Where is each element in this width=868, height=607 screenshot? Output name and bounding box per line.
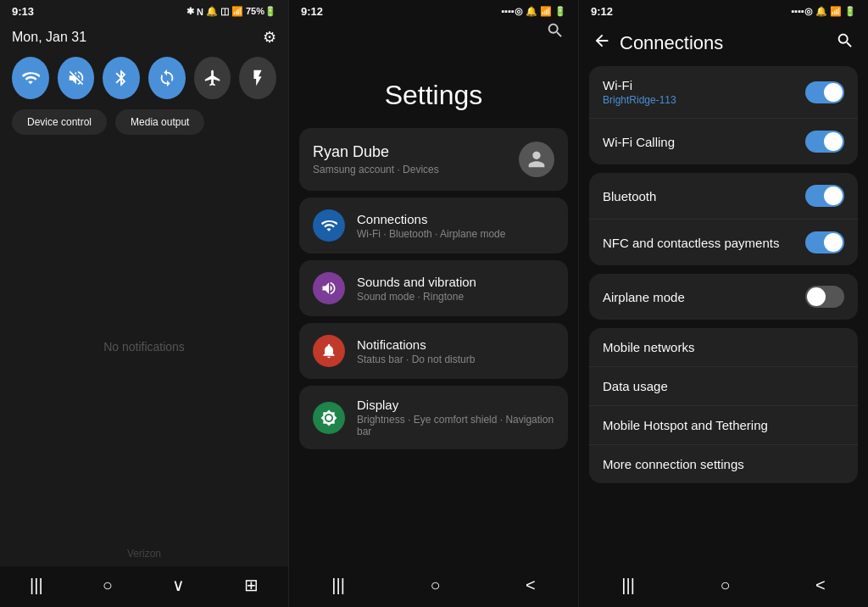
- nfc-item[interactable]: NFC and contactless payments: [589, 220, 858, 265]
- media-output-btn[interactable]: Media output: [115, 109, 204, 135]
- settings-search-row: [289, 21, 578, 54]
- carrier-label: Verizon: [0, 548, 288, 566]
- status-icons-p2: ▪▪▪▪◎ 🔔 📶 🔋: [501, 6, 566, 17]
- wifi-card: Wi-Fi BrightRidge-113 Wi-Fi Calling: [589, 66, 858, 164]
- nav-recent-p2[interactable]: |||: [331, 576, 345, 595]
- bluetooth-card: Bluetooth NFC and contactless payments: [589, 173, 858, 265]
- sounds-item[interactable]: Sounds and vibration Sound mode · Ringto…: [299, 260, 568, 316]
- wifi-text: Wi-Fi BrightRidge-113: [603, 78, 805, 106]
- device-control-btn[interactable]: Device control: [12, 109, 107, 135]
- display-item[interactable]: Display Brightness · Eye comfort shield …: [299, 386, 568, 449]
- mobile-networks-label: Mobile networks: [603, 340, 844, 354]
- search-icon-p2[interactable]: [546, 21, 565, 44]
- nfc-toggle[interactable]: [805, 231, 844, 253]
- connections-sub: Wi-Fi · Bluetooth · Airplane mode: [357, 228, 554, 240]
- sounds-title: Sounds and vibration: [357, 275, 554, 289]
- sounds-sub: Sound mode · Ringtone: [357, 291, 554, 303]
- bluetooth-item[interactable]: Bluetooth: [589, 173, 858, 220]
- notifications-area: No notifications: [0, 145, 288, 548]
- nav-apps-p1[interactable]: ⊞: [244, 575, 259, 595]
- nav-bar-p2: ||| ○ <: [289, 567, 578, 607]
- status-icons-p1: ✱ N 🔔 ◫ 📶 75%🔋: [186, 6, 276, 17]
- search-icon-p3[interactable]: [836, 31, 854, 54]
- nav-home-p1[interactable]: ○: [103, 576, 113, 595]
- mobile-networks-item[interactable]: Mobile networks: [589, 328, 858, 367]
- airplane-knob: [807, 287, 826, 306]
- airplane-tile[interactable]: [194, 57, 231, 99]
- connections-list: Wi-Fi BrightRidge-113 Wi-Fi Calling: [579, 61, 868, 495]
- status-time-p2: 9:12: [301, 5, 323, 18]
- connections-text: Connections Wi-Fi · Bluetooth · Airplane…: [357, 212, 554, 240]
- nfc-text: NFC and contactless payments: [603, 236, 805, 250]
- mobile-networks-text: Mobile networks: [603, 340, 844, 354]
- notifications-item[interactable]: Notifications Status bar · Do not distur…: [299, 323, 568, 379]
- sounds-text: Sounds and vibration Sound mode · Ringto…: [357, 275, 554, 303]
- wifi-toggle-knob: [824, 83, 843, 102]
- wifi-item[interactable]: Wi-Fi BrightRidge-113: [589, 66, 858, 119]
- display-title: Display: [357, 398, 554, 412]
- hotspot-text: Mobile Hotspot and Tethering: [603, 418, 844, 432]
- sync-tile[interactable]: [148, 57, 186, 99]
- status-time-p3: 9:12: [591, 5, 613, 18]
- connections-icon: [313, 209, 345, 242]
- nav-back-p1[interactable]: ∨: [172, 575, 185, 595]
- nav-recent-p3[interactable]: |||: [621, 576, 635, 595]
- connections-item[interactable]: Connections Wi-Fi · Bluetooth · Airplane…: [299, 198, 568, 253]
- connections-title: Connections: [357, 212, 554, 226]
- user-avatar: [519, 142, 554, 177]
- display-card: Display Brightness · Eye comfort shield …: [299, 386, 568, 449]
- notifications-sub: Status bar · Do not disturb: [357, 354, 554, 365]
- connections-page-title: Connections: [620, 32, 827, 54]
- nav-home-p2[interactable]: ○: [430, 576, 440, 595]
- settings-list: Connections Wi-Fi · Bluetooth · Airplane…: [289, 198, 578, 449]
- data-usage-label: Data usage: [603, 379, 844, 393]
- airplane-item[interactable]: Airplane mode: [589, 274, 858, 320]
- airplane-card: Airplane mode: [589, 274, 858, 320]
- wifi-calling-label: Wi-Fi Calling: [603, 135, 805, 149]
- nav-home-p3[interactable]: ○: [720, 576, 730, 595]
- date-label: Mon, Jan 31: [12, 30, 86, 45]
- date-row: Mon, Jan 31 ⚙: [12, 28, 276, 47]
- quick-panel: Mon, Jan 31 ⚙ Device control: [0, 21, 288, 145]
- settings-screen: 9:12 ▪▪▪▪◎ 🔔 📶 🔋 Settings Ryan Dube Sams…: [289, 0, 579, 607]
- user-card[interactable]: Ryan Dube Samsung account · Devices: [299, 128, 568, 191]
- notifications-text: Notifications Status bar · Do not distur…: [357, 337, 554, 365]
- connections-card: Connections Wi-Fi · Bluetooth · Airplane…: [299, 198, 568, 253]
- bluetooth-knob: [824, 187, 843, 205]
- back-icon[interactable]: [593, 31, 611, 54]
- data-usage-item[interactable]: Data usage: [589, 367, 858, 406]
- more-connections-text: More connection settings: [603, 457, 844, 471]
- notification-shade: 9:13 ✱ N 🔔 ◫ 📶 75%🔋 Mon, Jan 31 ⚙: [0, 0, 289, 607]
- user-sub: Samsung account · Devices: [313, 164, 507, 175]
- notifications-title: Notifications: [357, 337, 554, 352]
- bluetooth-toggle[interactable]: [805, 185, 844, 207]
- more-connections-label: More connection settings: [603, 457, 844, 471]
- nav-recent-p1[interactable]: |||: [30, 576, 43, 595]
- hotspot-item[interactable]: Mobile Hotspot and Tethering: [589, 406, 858, 445]
- sounds-icon: [313, 272, 345, 304]
- wifi-calling-item[interactable]: Wi-Fi Calling: [589, 119, 858, 164]
- status-bar-p3: 9:12 ▪▪▪▪◎ 🔔 📶 🔋: [579, 0, 868, 21]
- nav-back-p3[interactable]: <: [815, 576, 826, 595]
- nfc-label: NFC and contactless payments: [603, 236, 805, 250]
- user-info: Ryan Dube Samsung account · Devices: [313, 143, 507, 175]
- bluetooth-label: Bluetooth: [603, 189, 805, 203]
- airplane-text: Airplane mode: [603, 290, 805, 304]
- connections-screen: 9:12 ▪▪▪▪◎ 🔔 📶 🔋 Connections Wi-Fi Brigh…: [579, 0, 868, 607]
- wifi-calling-knob: [824, 132, 843, 151]
- nfc-knob: [824, 233, 843, 252]
- torch-tile[interactable]: [239, 57, 276, 99]
- wifi-calling-text: Wi-Fi Calling: [603, 135, 805, 149]
- wifi-toggle[interactable]: [805, 81, 844, 103]
- nav-back-p2[interactable]: <: [526, 576, 536, 595]
- bluetooth-tile[interactable]: [103, 57, 140, 99]
- mute-tile[interactable]: [58, 57, 95, 99]
- settings-icon-p1[interactable]: ⚙: [263, 28, 276, 47]
- more-connections-item[interactable]: More connection settings: [589, 445, 858, 483]
- airplane-toggle[interactable]: [805, 286, 844, 308]
- notifications-card: Notifications Status bar · Do not distur…: [299, 323, 568, 379]
- status-bar-p1: 9:13 ✱ N 🔔 ◫ 📶 75%🔋: [0, 0, 288, 21]
- wifi-tile[interactable]: [12, 57, 49, 99]
- nav-bar-p1: ||| ○ ∨ ⊞: [0, 566, 288, 607]
- wifi-calling-toggle[interactable]: [805, 131, 844, 153]
